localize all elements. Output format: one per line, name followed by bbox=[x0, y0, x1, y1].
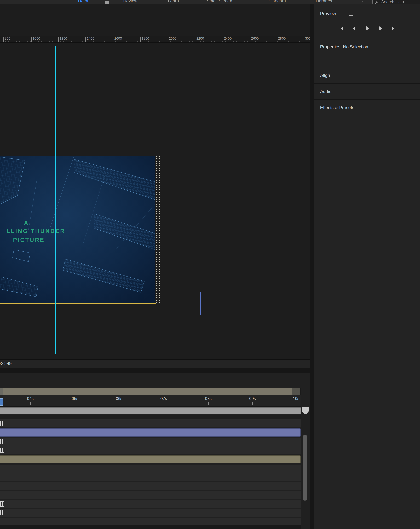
handle-dots-column bbox=[159, 156, 160, 304]
timeline-row[interactable] bbox=[0, 491, 300, 499]
preview-panel-title: Preview bbox=[320, 11, 336, 16]
play-icon bbox=[365, 26, 370, 31]
timeline-navigator[interactable] bbox=[0, 388, 300, 395]
time-label: 04s bbox=[27, 396, 34, 401]
section-header-align[interactable]: Align bbox=[320, 73, 330, 78]
timeline-row[interactable] bbox=[0, 473, 300, 481]
after-effects-window: Default Review Learn Small Screen Standa… bbox=[0, 0, 420, 529]
workspace-tab-libraries[interactable]: Libraries bbox=[316, 0, 332, 3]
first-frame-button[interactable] bbox=[339, 26, 347, 33]
last-frame-button[interactable] bbox=[391, 26, 399, 33]
chevron-down-icon[interactable] bbox=[361, 1, 365, 3]
timeline-row[interactable] bbox=[0, 518, 300, 525]
search-help-text: Search Help bbox=[381, 0, 404, 4]
next-frame-button[interactable] bbox=[378, 26, 386, 33]
timeline-row[interactable] bbox=[0, 437, 300, 446]
layer-in-bracket bbox=[2, 439, 4, 444]
comp-marker-pentagon[interactable] bbox=[302, 407, 309, 415]
panel-divider bbox=[314, 116, 420, 116]
ruler-label: 1000 bbox=[31, 37, 40, 42]
time-tick bbox=[30, 402, 31, 405]
current-timecode[interactable]: 03:09 bbox=[0, 361, 12, 366]
horizontal-ruler[interactable]: 800 1000 1200 1400 1600 1800 2000 2200 2… bbox=[0, 36, 310, 42]
layer-in-bracket bbox=[0, 510, 2, 515]
timeline-row[interactable] bbox=[0, 509, 300, 517]
ruler-label: 2800 bbox=[277, 37, 286, 42]
ruler-label: 1200 bbox=[58, 37, 67, 42]
poster-title-line1: A bbox=[24, 219, 29, 226]
selected-layer-bottom-edge bbox=[0, 303, 155, 304]
timeline-row[interactable] bbox=[0, 419, 300, 427]
panel-divider bbox=[314, 83, 420, 84]
workspace-tab-standard[interactable]: Standard bbox=[269, 0, 286, 3]
ruler-label: 2200 bbox=[195, 37, 204, 42]
layer-edge-handles[interactable] bbox=[155, 156, 161, 304]
ruler-label: 2600 bbox=[250, 37, 259, 42]
properties-panel-title: Properties: No Selection bbox=[320, 44, 368, 50]
time-tick bbox=[164, 402, 164, 405]
time-tick bbox=[75, 402, 75, 405]
time-label: 06s bbox=[116, 396, 122, 401]
workspace-tab-default[interactable]: Default bbox=[78, 0, 92, 3]
timeline-panel: 04s 05s 06s 07s 08s 09s 10s bbox=[0, 373, 310, 529]
time-label: 05s bbox=[72, 396, 79, 401]
layer-in-bracket bbox=[0, 448, 2, 453]
ruler-label: 3000 bbox=[304, 37, 310, 42]
layer-in-bracket bbox=[2, 501, 4, 506]
time-tick bbox=[208, 402, 209, 405]
playhead-line bbox=[1, 406, 1, 526]
layer-bar[interactable] bbox=[0, 455, 300, 463]
poster-artwork: A LLING THUNDER PICTURE bbox=[0, 156, 155, 304]
workspace-tab-learn[interactable]: Learn bbox=[168, 0, 179, 3]
selected-layer-bar[interactable] bbox=[0, 428, 300, 436]
workspace-tab-review[interactable]: Review bbox=[123, 0, 137, 3]
next-frame-icon bbox=[378, 26, 383, 31]
workspace-tab-small-screen[interactable]: Small Screen bbox=[207, 0, 232, 3]
ruler-label: 1600 bbox=[113, 37, 122, 42]
work-area-bar[interactable] bbox=[0, 407, 300, 414]
time-tick bbox=[119, 402, 120, 405]
ruler-label: 2000 bbox=[168, 37, 177, 42]
playhead[interactable] bbox=[0, 398, 3, 406]
previous-frame-button[interactable] bbox=[352, 26, 360, 33]
time-label: 08s bbox=[205, 396, 212, 401]
preview-menu-icon[interactable] bbox=[349, 12, 353, 16]
last-frame-icon bbox=[391, 26, 396, 31]
timeline-row[interactable] bbox=[0, 464, 300, 473]
handle-dots-column bbox=[156, 156, 157, 304]
time-tick bbox=[253, 402, 253, 405]
workspace-menu-icon[interactable] bbox=[105, 0, 109, 4]
timeline-row[interactable] bbox=[0, 482, 300, 490]
ruler-label: 1800 bbox=[140, 37, 149, 42]
timeline-scrollbar[interactable] bbox=[300, 414, 310, 529]
timeline-row[interactable] bbox=[0, 446, 300, 454]
layer-in-bracket bbox=[0, 421, 2, 426]
timeline-row[interactable] bbox=[0, 500, 300, 508]
section-header-audio[interactable]: Audio bbox=[320, 89, 332, 94]
poster-layer[interactable]: A LLING THUNDER PICTURE bbox=[0, 156, 155, 304]
panel-divider bbox=[314, 70, 420, 70]
ruler-label: 800 bbox=[3, 37, 10, 42]
footer-divider bbox=[21, 361, 21, 367]
wrench-icon bbox=[375, 0, 379, 4]
time-label: 10s bbox=[293, 396, 299, 401]
layer-in-bracket bbox=[0, 501, 2, 506]
layer-in-bracket bbox=[0, 439, 2, 444]
right-panel: Preview bbox=[314, 4, 420, 529]
time-label: 09s bbox=[249, 396, 256, 401]
ruler-label: 1400 bbox=[85, 37, 95, 42]
viewer-footer: 03:09 bbox=[0, 359, 310, 369]
time-label: 07s bbox=[161, 396, 167, 401]
timeline-bottom-strip bbox=[0, 525, 300, 529]
poster-title-line2: LLING THUNDER bbox=[7, 228, 65, 234]
section-header-effects-presets[interactable]: Effects & Presets bbox=[320, 105, 354, 110]
play-button[interactable] bbox=[365, 26, 373, 33]
poster-title-line3: PICTURE bbox=[13, 237, 45, 243]
cyan-guide-line[interactable] bbox=[55, 46, 56, 354]
layer-in-bracket bbox=[2, 421, 4, 426]
search-help-box[interactable]: Search Help bbox=[372, 0, 420, 4]
scrollbar-thumb[interactable] bbox=[303, 435, 307, 501]
time-ruler[interactable]: 04s 05s 06s 07s 08s 09s 10s bbox=[0, 395, 300, 407]
first-frame-icon bbox=[339, 26, 344, 31]
panel-divider bbox=[314, 99, 420, 100]
